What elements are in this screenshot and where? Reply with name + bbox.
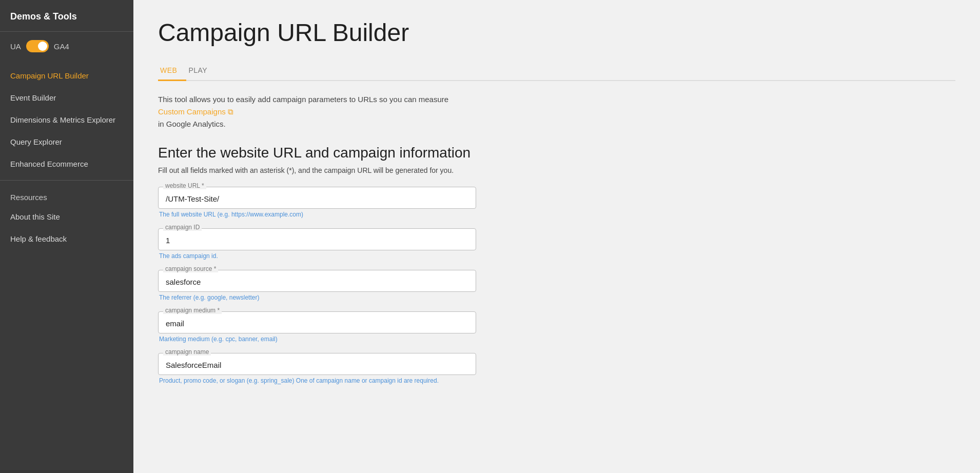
field-group-campaign-id: campaign IDThe ads campaign id. [158,228,955,260]
main-content: Campaign URL Builder WEBPLAY This tool a… [133,0,980,473]
tabs-bar: WEBPLAY [158,61,955,81]
tab-web[interactable]: WEB [158,61,186,81]
sidebar: Demos & Tools UA GA4 Campaign URL Builde… [0,0,133,473]
sidebar-item-query-explorer[interactable]: Query Explorer [0,131,133,153]
resources-section-title: Resources [0,186,133,206]
sidebar-nav: Campaign URL BuilderEvent BuilderDimensi… [0,61,133,254]
field-input-campaign-medium[interactable] [158,311,476,333]
field-hint-campaign-id: The ads campaign id. [158,252,476,260]
field-input-campaign-source[interactable] [158,270,476,292]
field-hint-website-url: The full website URL (e.g. https://www.e… [158,211,476,218]
description-line2: in Google Analytics. [158,120,226,128]
field-group-campaign-source: campaign source *The referrer (e.g. goog… [158,270,955,301]
campaign-form: website URL *The full website URL (e.g. … [158,187,955,384]
description-line1: This tool allows you to easily add campa… [158,95,448,104]
field-group-website-url: website URL *The full website URL (e.g. … [158,187,955,218]
custom-campaigns-link[interactable]: Custom Campaigns ⧉ [158,107,233,116]
sidebar-item-help-feedback[interactable]: Help & feedback [0,228,133,250]
tab-play[interactable]: PLAY [186,61,217,81]
field-hint-campaign-name: Product, promo code, or slogan (e.g. spr… [158,377,476,384]
section-subtext: Fill out all fields marked with an aster… [158,166,955,174]
sidebar-item-dimensions-metrics-explorer[interactable]: Dimensions & Metrics Explorer [0,109,133,131]
section-heading: Enter the website URL and campaign infor… [158,145,955,161]
field-group-campaign-medium: campaign medium *Marketing medium (e.g. … [158,311,955,343]
field-group-campaign-name: campaign nameProduct, promo code, or slo… [158,353,955,384]
description-block: This tool allows you to easily add campa… [158,93,955,130]
sidebar-item-enhanced-ecommerce[interactable]: Enhanced Ecommerce [0,153,133,175]
sidebar-header: Demos & Tools [0,0,133,32]
field-hint-campaign-medium: Marketing medium (e.g. cpc, banner, emai… [158,336,476,343]
page-title: Campaign URL Builder [158,18,955,47]
ua-ga4-toggle[interactable] [26,40,49,52]
field-input-campaign-name[interactable] [158,353,476,375]
field-input-campaign-id[interactable] [158,228,476,250]
field-input-website-url[interactable] [158,187,476,209]
sidebar-item-event-builder[interactable]: Event Builder [0,87,133,109]
sidebar-toggle-row: UA GA4 [0,32,133,61]
ga4-label: GA4 [54,42,69,51]
sidebar-item-campaign-url-builder[interactable]: Campaign URL Builder [0,65,133,87]
sidebar-item-about-this-site[interactable]: About this Site [0,206,133,228]
field-hint-campaign-source: The referrer (e.g. google, newsletter) [158,294,476,301]
ua-label: UA [10,42,21,51]
